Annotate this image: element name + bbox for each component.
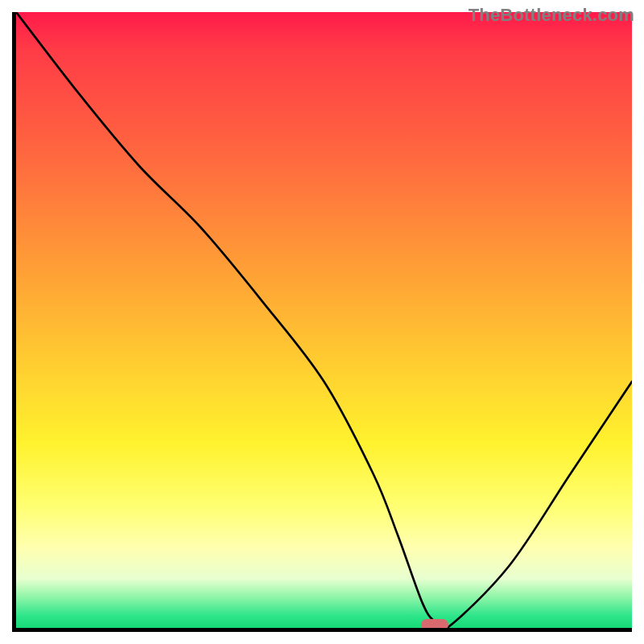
optimal-marker [421,619,448,630]
watermark-text: TheBottleneck.com [469,5,634,26]
curve-layer [16,12,632,628]
plot-area [12,12,632,632]
bottleneck-chart: TheBottleneck.com [0,0,644,644]
bottleneck-curve-path [16,12,632,628]
